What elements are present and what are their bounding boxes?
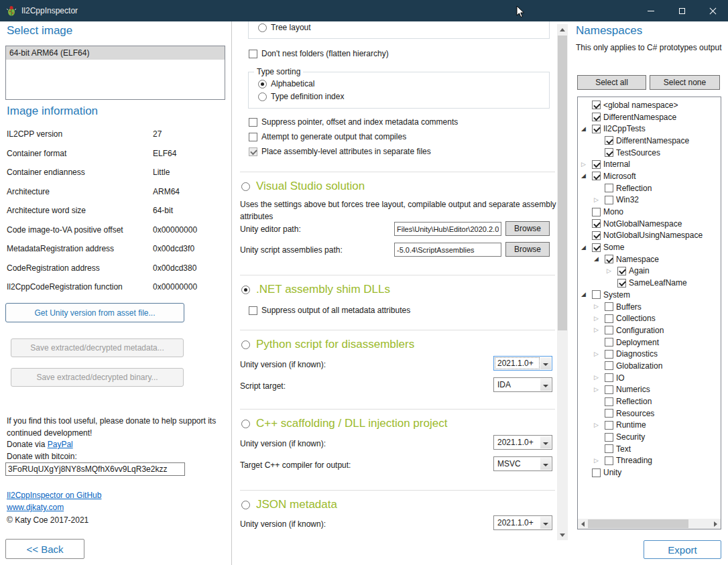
namespace-label[interactable]: Il2CppTests bbox=[603, 124, 646, 133]
expander-closed-icon[interactable] bbox=[594, 326, 605, 334]
tree-item[interactable]: TestSources bbox=[578, 147, 721, 159]
script-target-select[interactable]: IDA bbox=[493, 377, 552, 392]
tree-item[interactable]: Resources bbox=[578, 407, 721, 420]
save-metadata-button[interactable]: Save extracted/decrypted metadata... bbox=[11, 338, 184, 357]
tree-item[interactable]: Buffers bbox=[578, 301, 721, 313]
select-all-button[interactable]: Select all bbox=[577, 75, 646, 90]
python-script-radio[interactable] bbox=[241, 340, 250, 349]
expander-closed-icon[interactable] bbox=[594, 385, 605, 394]
namespace-label[interactable]: IO bbox=[616, 373, 625, 383]
tree-item[interactable]: Reflection bbox=[578, 182, 721, 194]
tree-item[interactable]: Namespace bbox=[578, 253, 721, 265]
namespace-tree[interactable]: <global namespace>DifferentNamespaceIl2C… bbox=[577, 97, 721, 529]
expander-open-icon[interactable] bbox=[581, 243, 592, 252]
tree-item[interactable]: Deployment bbox=[578, 336, 721, 349]
horizontal-scrollbar[interactable] bbox=[578, 519, 721, 529]
select-none-button[interactable]: Select none bbox=[650, 75, 720, 90]
namespace-checkbox[interactable] bbox=[592, 290, 601, 299]
scroll-down-button[interactable] bbox=[557, 529, 568, 540]
namespace-label[interactable]: TestSources bbox=[616, 148, 660, 158]
expander-closed-icon[interactable] bbox=[594, 421, 605, 430]
export-button[interactable]: Export bbox=[644, 540, 721, 559]
expander-closed-icon[interactable] bbox=[594, 373, 605, 382]
namespace-checkbox[interactable] bbox=[605, 196, 613, 204]
namespace-label[interactable]: NotGlobalNamespace bbox=[603, 219, 682, 229]
cpp-unity-version-select[interactable]: 2021.1.0+ bbox=[493, 435, 552, 450]
namespace-checkbox[interactable] bbox=[592, 219, 601, 228]
tree-item[interactable]: DifferentNamespace bbox=[578, 111, 721, 123]
close-button[interactable] bbox=[697, 0, 728, 21]
separate-attribute-files-checkbox[interactable] bbox=[249, 147, 257, 156]
tree-item[interactable]: Unity bbox=[578, 466, 721, 479]
tree-item[interactable]: System bbox=[578, 289, 721, 301]
namespace-label[interactable]: Text bbox=[616, 444, 631, 454]
expander-closed-icon[interactable] bbox=[594, 302, 605, 311]
tree-item[interactable]: Internal bbox=[578, 158, 721, 170]
suppress-metadata-comments-checkbox[interactable] bbox=[249, 118, 257, 127]
namespace-label[interactable]: Reflection bbox=[616, 184, 652, 193]
namespace-label[interactable]: Namespace bbox=[616, 255, 659, 264]
cpp-scaffolding-radio[interactable] bbox=[241, 420, 250, 428]
namespace-label[interactable]: Mono bbox=[603, 207, 623, 216]
namespace-checkbox[interactable] bbox=[592, 208, 601, 216]
json-unity-version-select[interactable]: 2021.1.0+ bbox=[493, 515, 552, 530]
namespace-label[interactable]: Diagnostics bbox=[616, 349, 658, 359]
expander-closed-icon[interactable] bbox=[581, 160, 592, 169]
compilable-output-checkbox[interactable] bbox=[249, 133, 257, 141]
tree-item[interactable]: Some bbox=[578, 241, 721, 253]
namespace-checkbox[interactable] bbox=[617, 267, 626, 275]
alphabetical-radio[interactable] bbox=[258, 80, 267, 88]
shim-dlls-radio[interactable] bbox=[241, 286, 250, 294]
github-link[interactable]: Il2CppInspector on GitHub bbox=[7, 491, 101, 500]
tree-item[interactable]: Globalization bbox=[578, 360, 721, 372]
unity-editor-path-input[interactable] bbox=[394, 222, 501, 236]
namespace-label[interactable]: Win32 bbox=[616, 195, 639, 204]
back-button[interactable]: << Back bbox=[5, 539, 84, 559]
script-assemblies-path-input[interactable] bbox=[394, 243, 501, 257]
namespace-label[interactable]: Globalization bbox=[616, 361, 662, 371]
tree-item[interactable]: Runtime bbox=[578, 420, 721, 432]
save-binary-button[interactable]: Save extracted/decrypted binary... bbox=[11, 368, 184, 387]
namespace-checkbox[interactable] bbox=[592, 231, 601, 240]
json-metadata-radio[interactable] bbox=[241, 501, 250, 509]
namespace-label[interactable]: Deployment bbox=[616, 338, 659, 347]
tree-item[interactable]: Diagnostics bbox=[578, 348, 721, 360]
flatten-hierarchy-checkbox[interactable] bbox=[249, 50, 257, 58]
namespace-label[interactable]: Microsoft bbox=[603, 172, 636, 181]
expander-open-icon[interactable] bbox=[581, 172, 592, 180]
namespace-label[interactable]: Resources bbox=[616, 409, 654, 418]
namespace-checkbox[interactable] bbox=[605, 326, 613, 334]
browse-assemblies-path-button[interactable]: Browse bbox=[505, 242, 550, 257]
namespace-label[interactable]: Numerics bbox=[616, 385, 650, 394]
cpp-compiler-select[interactable]: MSVC bbox=[493, 456, 552, 471]
namespace-checkbox[interactable] bbox=[605, 373, 613, 382]
namespace-label[interactable]: DifferentNamespace bbox=[616, 136, 689, 145]
namespace-checkbox[interactable] bbox=[605, 136, 613, 145]
tree-item[interactable]: IO bbox=[578, 372, 721, 384]
vertical-scrollbar[interactable] bbox=[557, 24, 568, 540]
namespace-label[interactable]: Buffers bbox=[616, 302, 642, 312]
namespace-checkbox[interactable] bbox=[605, 361, 613, 370]
expander-open-icon[interactable] bbox=[594, 255, 605, 263]
namespace-label[interactable]: Runtime bbox=[616, 420, 646, 430]
namespace-checkbox[interactable] bbox=[605, 433, 613, 442]
namespace-label[interactable]: DifferentNamespace bbox=[603, 113, 676, 122]
namespace-checkbox[interactable] bbox=[605, 148, 613, 157]
tree-item[interactable]: Collections bbox=[578, 312, 721, 324]
python-unity-version-select[interactable]: 2021.1.0+ bbox=[493, 356, 552, 371]
vertical-scrollbar-thumb[interactable] bbox=[558, 36, 567, 330]
namespace-label[interactable]: Collections bbox=[616, 314, 656, 323]
namespace-label[interactable]: Some bbox=[603, 243, 624, 252]
namespace-checkbox[interactable] bbox=[605, 314, 613, 323]
namespace-checkbox[interactable] bbox=[592, 160, 601, 169]
tree-item[interactable]: SameLeafName bbox=[578, 277, 721, 289]
namespace-checkbox[interactable] bbox=[592, 468, 601, 477]
namespace-label[interactable]: Unity bbox=[603, 468, 621, 477]
website-link[interactable]: www.djkaty.com bbox=[7, 503, 64, 512]
maximize-button[interactable] bbox=[666, 0, 697, 21]
namespace-label[interactable]: Security bbox=[616, 432, 645, 442]
namespace-label[interactable]: NotGlobalUsingNamespace bbox=[603, 231, 703, 240]
expander-closed-icon[interactable] bbox=[594, 314, 605, 323]
namespace-checkbox[interactable] bbox=[605, 350, 613, 359]
tree-item[interactable]: DifferentNamespace bbox=[578, 135, 721, 147]
